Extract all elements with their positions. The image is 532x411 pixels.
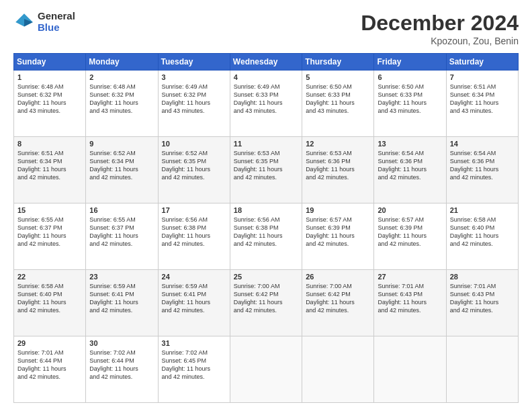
weekday-header: Tuesday: [158, 54, 230, 71]
day-number: 22: [17, 273, 82, 281]
day-number: 17: [162, 206, 226, 214]
weekday-header: Monday: [86, 54, 158, 71]
day-number: 12: [306, 140, 370, 148]
logo-icon: [13, 11, 35, 33]
day-info: Sunrise: 6:54 AM Sunset: 6:36 PM Dayligh…: [450, 149, 515, 182]
calendar-cell: 5Sunrise: 6:50 AM Sunset: 6:33 PM Daylig…: [302, 71, 374, 137]
calendar-cell: [302, 336, 374, 403]
day-number: 24: [162, 273, 226, 281]
calendar-cell: 28Sunrise: 7:01 AM Sunset: 6:43 PM Dayli…: [446, 270, 518, 336]
weekday-header: Sunday: [14, 54, 86, 71]
calendar-cell: 13Sunrise: 6:54 AM Sunset: 6:36 PM Dayli…: [374, 137, 446, 203]
logo-general: General: [38, 11, 75, 22]
day-number: 14: [450, 140, 515, 148]
day-number: 11: [234, 140, 298, 148]
day-info: Sunrise: 6:51 AM Sunset: 6:34 PM Dayligh…: [17, 149, 82, 182]
calendar-cell: 15Sunrise: 6:55 AM Sunset: 6:37 PM Dayli…: [14, 203, 86, 270]
day-info: Sunrise: 7:01 AM Sunset: 6:43 PM Dayligh…: [450, 282, 515, 315]
day-number: 2: [89, 73, 154, 81]
day-info: Sunrise: 7:02 AM Sunset: 6:44 PM Dayligh…: [89, 349, 154, 381]
day-number: 8: [17, 140, 82, 148]
location: Kpozoun, Zou, Benin: [361, 36, 519, 46]
calendar-cell: 21Sunrise: 6:58 AM Sunset: 6:40 PM Dayli…: [446, 203, 518, 270]
calendar-cell: 10Sunrise: 6:52 AM Sunset: 6:35 PM Dayli…: [158, 137, 230, 203]
day-info: Sunrise: 6:55 AM Sunset: 6:37 PM Dayligh…: [89, 216, 154, 248]
day-info: Sunrise: 7:02 AM Sunset: 6:45 PM Dayligh…: [162, 349, 226, 381]
calendar-cell: 3Sunrise: 6:49 AM Sunset: 6:32 PM Daylig…: [158, 71, 230, 137]
day-info: Sunrise: 7:00 AM Sunset: 6:42 PM Dayligh…: [234, 282, 298, 315]
calendar-cell: 17Sunrise: 6:56 AM Sunset: 6:38 PM Dayli…: [158, 203, 230, 270]
day-info: Sunrise: 6:57 AM Sunset: 6:39 PM Dayligh…: [378, 216, 442, 248]
day-info: Sunrise: 6:55 AM Sunset: 6:37 PM Dayligh…: [17, 216, 82, 248]
day-info: Sunrise: 6:53 AM Sunset: 6:35 PM Dayligh…: [234, 149, 298, 182]
day-number: 23: [89, 273, 154, 281]
day-info: Sunrise: 6:49 AM Sunset: 6:33 PM Dayligh…: [234, 83, 298, 116]
day-info: Sunrise: 6:56 AM Sunset: 6:38 PM Dayligh…: [162, 216, 226, 248]
day-info: Sunrise: 6:52 AM Sunset: 6:34 PM Dayligh…: [89, 149, 154, 182]
calendar-cell: 16Sunrise: 6:55 AM Sunset: 6:37 PM Dayli…: [86, 203, 158, 270]
weekday-header: Friday: [374, 54, 446, 71]
calendar-body: 1Sunrise: 6:48 AM Sunset: 6:32 PM Daylig…: [14, 71, 519, 403]
calendar-cell: [374, 336, 446, 403]
title-block: December 2024 Kpozoun, Zou, Benin: [361, 11, 519, 46]
calendar-cell: 9Sunrise: 6:52 AM Sunset: 6:34 PM Daylig…: [86, 137, 158, 203]
weekday-header: Saturday: [446, 54, 518, 71]
calendar-cell: [230, 336, 302, 403]
day-info: Sunrise: 7:01 AM Sunset: 6:43 PM Dayligh…: [378, 282, 442, 315]
calendar-cell: 6Sunrise: 6:50 AM Sunset: 6:33 PM Daylig…: [374, 71, 446, 137]
day-info: Sunrise: 6:54 AM Sunset: 6:36 PM Dayligh…: [378, 149, 442, 182]
header: General Blue December 2024 Kpozoun, Zou,…: [13, 11, 519, 46]
calendar-cell: 19Sunrise: 6:57 AM Sunset: 6:39 PM Dayli…: [302, 203, 374, 270]
calendar-header: SundayMondayTuesdayWednesdayThursdayFrid…: [14, 54, 519, 71]
month-title: December 2024: [361, 11, 519, 36]
day-number: 25: [234, 273, 298, 281]
calendar-cell: 31Sunrise: 7:02 AM Sunset: 6:45 PM Dayli…: [158, 336, 230, 403]
calendar-cell: 25Sunrise: 7:00 AM Sunset: 6:42 PM Dayli…: [230, 270, 302, 336]
day-number: 10: [162, 140, 226, 148]
calendar-cell: 8Sunrise: 6:51 AM Sunset: 6:34 PM Daylig…: [14, 137, 86, 203]
logo: General Blue: [13, 11, 75, 33]
day-number: 27: [378, 273, 442, 281]
calendar-cell: 4Sunrise: 6:49 AM Sunset: 6:33 PM Daylig…: [230, 71, 302, 137]
calendar-cell: 26Sunrise: 7:00 AM Sunset: 6:42 PM Dayli…: [302, 270, 374, 336]
day-number: 29: [17, 339, 82, 347]
calendar-cell: 20Sunrise: 6:57 AM Sunset: 6:39 PM Dayli…: [374, 203, 446, 270]
day-info: Sunrise: 6:57 AM Sunset: 6:39 PM Dayligh…: [306, 216, 370, 248]
day-info: Sunrise: 7:01 AM Sunset: 6:44 PM Dayligh…: [17, 349, 82, 381]
weekday-header: Thursday: [302, 54, 374, 71]
weekday-header: Wednesday: [230, 54, 302, 71]
day-number: 13: [378, 140, 442, 148]
calendar-cell: 24Sunrise: 6:59 AM Sunset: 6:41 PM Dayli…: [158, 270, 230, 336]
day-number: 28: [450, 273, 515, 281]
day-number: 19: [306, 206, 370, 214]
day-info: Sunrise: 6:50 AM Sunset: 6:33 PM Dayligh…: [306, 83, 370, 116]
calendar-cell: [446, 336, 518, 403]
day-info: Sunrise: 6:58 AM Sunset: 6:40 PM Dayligh…: [450, 216, 515, 248]
day-number: 30: [89, 339, 154, 347]
day-number: 16: [89, 206, 154, 214]
day-info: Sunrise: 6:52 AM Sunset: 6:35 PM Dayligh…: [162, 149, 226, 182]
day-number: 18: [234, 206, 298, 214]
day-info: Sunrise: 6:56 AM Sunset: 6:38 PM Dayligh…: [234, 216, 298, 248]
day-info: Sunrise: 6:53 AM Sunset: 6:36 PM Dayligh…: [306, 149, 370, 182]
day-number: 1: [17, 73, 82, 81]
day-number: 3: [162, 73, 226, 81]
logo-text: General Blue: [38, 11, 75, 33]
day-number: 31: [162, 339, 226, 347]
day-number: 21: [450, 206, 515, 214]
day-number: 6: [378, 73, 442, 81]
calendar-week: 8Sunrise: 6:51 AM Sunset: 6:34 PM Daylig…: [14, 137, 519, 203]
calendar-cell: 12Sunrise: 6:53 AM Sunset: 6:36 PM Dayli…: [302, 137, 374, 203]
calendar-week: 29Sunrise: 7:01 AM Sunset: 6:44 PM Dayli…: [14, 336, 519, 403]
day-number: 5: [306, 73, 370, 81]
calendar-cell: 14Sunrise: 6:54 AM Sunset: 6:36 PM Dayli…: [446, 137, 518, 203]
calendar-cell: 11Sunrise: 6:53 AM Sunset: 6:35 PM Dayli…: [230, 137, 302, 203]
day-number: 7: [450, 73, 515, 81]
calendar-cell: 18Sunrise: 6:56 AM Sunset: 6:38 PM Dayli…: [230, 203, 302, 270]
day-info: Sunrise: 6:59 AM Sunset: 6:41 PM Dayligh…: [89, 282, 154, 315]
day-info: Sunrise: 6:49 AM Sunset: 6:32 PM Dayligh…: [162, 83, 226, 116]
day-info: Sunrise: 6:58 AM Sunset: 6:40 PM Dayligh…: [17, 282, 82, 315]
day-number: 20: [378, 206, 442, 214]
calendar-cell: 30Sunrise: 7:02 AM Sunset: 6:44 PM Dayli…: [86, 336, 158, 403]
day-number: 4: [234, 73, 298, 81]
